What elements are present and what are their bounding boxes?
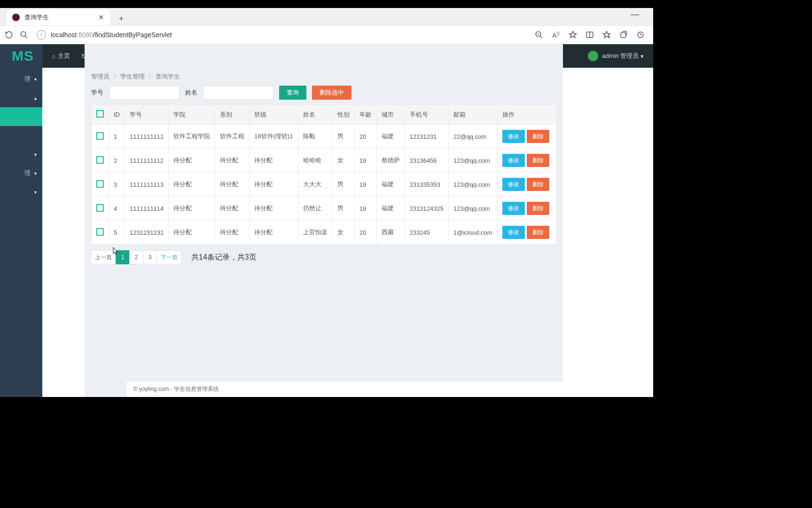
page-next[interactable]: 下一页	[156, 250, 182, 264]
label-sno: 学号	[91, 88, 103, 97]
sidebar-item-4[interactable]: ▾	[0, 145, 42, 164]
cell-id: 3	[109, 173, 125, 197]
table-row: 21111111112待分配待分配待分配哈哈哈女19敖德萨23136456123…	[92, 149, 556, 173]
zoom-icon[interactable]	[534, 30, 544, 40]
table-row: 41111111114待分配待分配待分配仍然让男19福建231312432512…	[92, 197, 556, 221]
cell-gender: 男	[332, 197, 354, 221]
refresh-icon[interactable]	[4, 30, 14, 40]
table-row: 51231231231待分配待分配待分配上官怡蓝女20西藏2332451@icl…	[92, 221, 556, 245]
delete-button[interactable]: 删除	[527, 226, 549, 239]
close-icon[interactable]: ✕	[98, 13, 104, 22]
page-3[interactable]: 3	[143, 250, 157, 264]
cell-email: 123@qq.com	[448, 149, 497, 173]
student-table: ID 学号 学院 系别 班级 姓名 性别 年龄 城市 手机号 邮箱 操作	[91, 104, 556, 245]
nav-home[interactable]: ⌂主页	[52, 52, 70, 60]
cell-class: 待分配	[250, 149, 298, 173]
sidebar-item-active[interactable]	[0, 107, 42, 126]
cell-gender: 女	[332, 221, 354, 245]
cell-email: 123@qq.com	[448, 197, 497, 221]
breadcrumb-student-mgmt[interactable]: 学生管理	[120, 73, 145, 80]
delete-button[interactable]: 删除	[527, 178, 549, 191]
edit-button[interactable]: 修改	[502, 154, 525, 167]
cell-age: 20	[354, 125, 376, 149]
cell-sno: 1111111112	[125, 149, 169, 173]
cell-phone: 12131231	[405, 125, 448, 149]
chevron-down-icon: ▾	[34, 77, 37, 82]
col-email: 邮箱	[448, 105, 497, 125]
browser-tab[interactable]: 查询学生 ✕	[7, 9, 110, 25]
cell-college: 待分配	[169, 197, 215, 221]
checkbox-row[interactable]	[96, 228, 104, 236]
delete-button[interactable]: 删除	[527, 154, 549, 167]
cell-phone: 23136456	[405, 149, 448, 173]
checkbox-row[interactable]	[96, 204, 104, 212]
edit-button[interactable]: 修改	[502, 202, 525, 215]
breadcrumb-current: 查询学生	[156, 73, 180, 80]
col-dept: 系别	[215, 105, 250, 125]
col-gender: 性别	[332, 105, 354, 125]
favicon	[12, 14, 20, 21]
checkbox-row[interactable]	[96, 180, 104, 188]
cell-sno: 1111111111	[125, 125, 169, 149]
input-name[interactable]	[203, 86, 273, 100]
split-icon[interactable]	[585, 30, 595, 40]
cell-sno: 1111111114	[125, 197, 169, 221]
cell-college: 软件工程学院	[169, 125, 215, 149]
sidebar-item-1[interactable]: ▴	[0, 88, 42, 107]
cell-age: 19	[354, 197, 376, 221]
delete-button[interactable]: 删除	[527, 202, 549, 215]
window-minimize[interactable]: —	[631, 9, 639, 19]
breadcrumb: 管理员 / 学生管理 / 查询学生	[91, 72, 556, 81]
footer: © yoyling.com - 学生信息管理系统	[127, 381, 563, 397]
cell-dept: 待分配	[215, 221, 250, 245]
col-age: 年龄	[354, 105, 376, 125]
breadcrumb-admin[interactable]: 管理员	[91, 73, 109, 80]
extensions-icon[interactable]	[635, 30, 646, 40]
search-icon[interactable]	[19, 30, 29, 40]
page-1[interactable]: 1	[116, 250, 130, 264]
cell-class: 待分配	[250, 173, 298, 197]
checkbox-row[interactable]	[96, 156, 104, 164]
sidebar-item-6[interactable]: ▾	[0, 183, 42, 201]
totals-text: 共14条记录，共3页	[191, 253, 257, 262]
cell-name: 陈毅	[298, 125, 332, 149]
sidebar-item-5[interactable]: 理▾	[0, 164, 42, 183]
sidebar-item-0[interactable]: 理▾	[0, 70, 42, 88]
url-field[interactable]: i localhost:8080/findStudentByPageServle…	[37, 30, 529, 40]
col-city: 城市	[376, 105, 405, 125]
cell-age: 19	[354, 173, 376, 197]
cell-phone: 233245	[405, 221, 448, 245]
cell-name: 上官怡蓝	[298, 221, 332, 245]
cell-city: 福建	[376, 197, 405, 221]
table-row: 31111111113待分配待分配待分配大大大男19福建231335353123…	[92, 173, 556, 197]
checkbox-all[interactable]	[96, 110, 104, 118]
new-tab-button[interactable]: +	[115, 12, 128, 25]
edit-button[interactable]: 修改	[502, 226, 525, 239]
user-menu[interactable]: admin 管理员 ▾	[588, 51, 644, 61]
col-op: 操作	[497, 105, 556, 125]
chevron-up-icon: ▴	[34, 95, 37, 101]
page-prev[interactable]: 上一页	[91, 250, 116, 264]
delete-selected-button[interactable]: 删除选中	[312, 86, 351, 100]
sidebar-item-3[interactable]	[0, 126, 42, 145]
input-sno[interactable]	[109, 86, 180, 100]
chevron-down-icon: ▾	[34, 152, 37, 157]
info-icon[interactable]: i	[37, 30, 46, 40]
page-2[interactable]: 2	[129, 250, 143, 264]
read-aloud-icon[interactable]: A))	[551, 30, 561, 40]
edit-button[interactable]: 修改	[502, 178, 525, 191]
favorite-icon[interactable]	[568, 30, 578, 40]
search-button[interactable]: 查询	[279, 86, 306, 100]
cell-city: 敖德萨	[376, 149, 405, 173]
delete-button[interactable]: 删除	[527, 130, 549, 143]
col-phone: 手机号	[405, 105, 448, 125]
chevron-down-icon: ▾	[34, 190, 37, 195]
cell-dept: 待分配	[215, 197, 250, 221]
favorites-list-icon[interactable]	[601, 30, 612, 40]
cell-gender: 女	[332, 149, 354, 173]
edit-button[interactable]: 修改	[502, 130, 525, 143]
checkbox-row[interactable]	[96, 132, 104, 140]
cell-gender: 男	[332, 125, 354, 149]
collections-icon[interactable]	[618, 30, 629, 40]
sidebar: MS 理▾ ▴ ▾ 理▾ ▾	[0, 44, 42, 397]
